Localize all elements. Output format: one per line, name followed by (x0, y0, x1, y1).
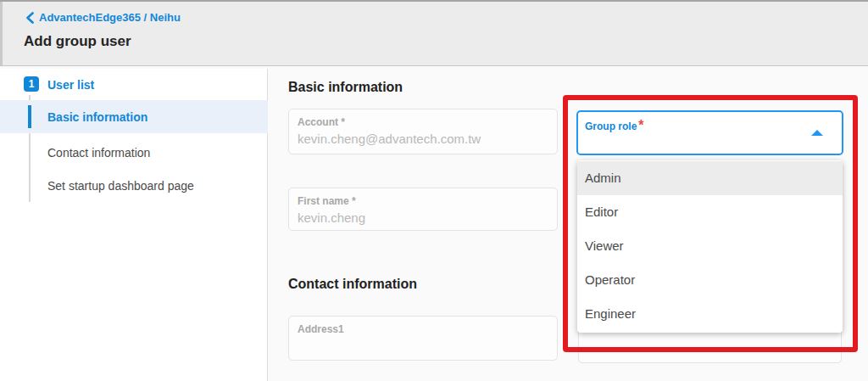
dropdown-option-admin[interactable]: Admin (577, 161, 843, 195)
chevron-up-icon[interactable] (811, 130, 823, 136)
breadcrumb[interactable]: AdvantechEdge365 / Neihu (25, 11, 181, 24)
sidebar-item-label: Contact information (47, 146, 150, 160)
sidebar-item-label: Basic information (47, 110, 147, 124)
add-group-user-page: AdvantechEdge365 / Neihu Add group user … (0, 0, 868, 381)
required-asterisk: * (638, 118, 643, 132)
first-name-value: kevin.cheng (298, 210, 548, 225)
sidebar: 1 User list Basic information Contact in… (0, 69, 268, 381)
account-value: kevin.cheng@advantech.com.tw (298, 132, 548, 146)
sidebar-item-set-startup-dashboard-page[interactable]: Set startup dashboard page (0, 169, 268, 202)
back-chevron-icon (25, 12, 34, 24)
page-header: AdvantechEdge365 / Neihu Add group user (0, 0, 868, 66)
dropdown-option-editor[interactable]: Editor (577, 195, 843, 229)
sidebar-item-contact-information[interactable]: Contact information (0, 136, 268, 169)
main-content: Basic information Account * kevin.cheng@… (269, 67, 868, 381)
sidebar-item-basic-information[interactable]: Basic information (0, 100, 268, 133)
page-title: Add group user (24, 33, 131, 50)
section-heading-contact-information: Contact information (288, 277, 417, 292)
first-name-field[interactable]: First name * kevin.cheng (288, 188, 558, 231)
account-label: Account * (298, 116, 548, 128)
address1-field[interactable]: Address1 (288, 316, 558, 361)
section-heading-basic-information: Basic information (288, 80, 403, 95)
dropdown-option-viewer[interactable]: Viewer (577, 229, 843, 263)
sidebar-item-label: User list (47, 78, 94, 92)
group-role-dropdown-menu: Admin Editor Viewer Operator Engineer (577, 160, 843, 333)
sidebar-item-label: Set startup dashboard page (47, 179, 194, 193)
breadcrumb-label: AdvantechEdge365 / Neihu (39, 11, 181, 24)
dropdown-option-operator[interactable]: Operator (577, 263, 843, 297)
group-role-select[interactable]: Group role* (576, 110, 843, 155)
active-indicator-bar (28, 105, 31, 128)
step-number-badge: 1 (24, 76, 39, 92)
first-name-label: First name * (298, 195, 548, 207)
sidebar-item-user-list[interactable]: 1 User list (0, 76, 268, 96)
group-role-label: Group role (585, 120, 637, 132)
dropdown-option-engineer[interactable]: Engineer (577, 297, 843, 331)
address1-label: Address1 (298, 323, 548, 335)
account-field[interactable]: Account * kevin.cheng@advantech.com.tw (288, 109, 558, 154)
